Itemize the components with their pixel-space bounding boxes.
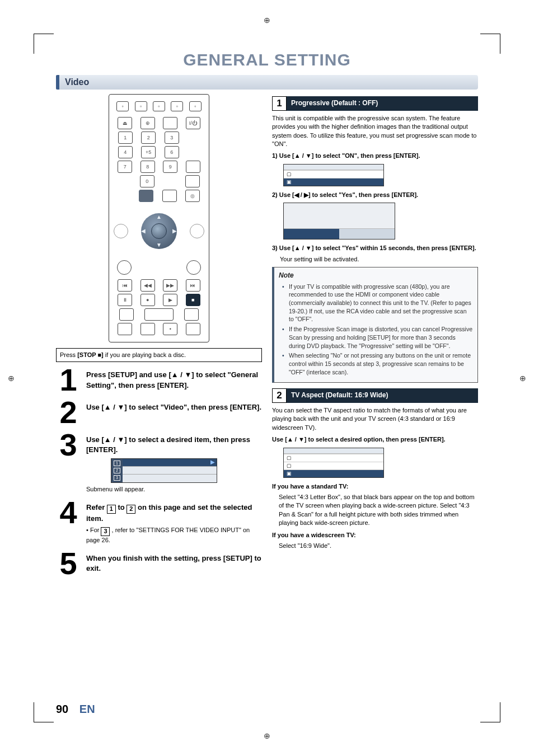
ref-box-3: 3 bbox=[101, 527, 110, 536]
disc-button: ◎ bbox=[185, 190, 200, 202]
registration-mark-top: ⊕ bbox=[264, 16, 270, 25]
subsection-1-bar: 1 Progressive (Default : OFF) bbox=[272, 96, 478, 111]
bottom-blank-4 bbox=[118, 323, 132, 335]
remote-led-4: ▫ bbox=[171, 101, 183, 111]
dpad: ▲ ▼ ◀ ▶ bbox=[135, 208, 182, 255]
video-submenu: 1 2 3 bbox=[111, 458, 217, 483]
subsection-2-title: TV Aspect (Default: 16:9 Wide) bbox=[287, 388, 478, 403]
osd-aspect-3-icon: ▣ bbox=[284, 470, 294, 477]
key-6: 6 bbox=[165, 146, 179, 158]
page-footer: 90 EN bbox=[56, 703, 95, 716]
video-submenu-side: 1 2 3 bbox=[111, 459, 123, 482]
submenu-row-selected bbox=[123, 459, 217, 467]
sec1-step2: 2) Use [◀ / ▶] to select "Yes", then pre… bbox=[272, 191, 478, 199]
bottom-blank-6 bbox=[186, 323, 200, 335]
remote: ▫ ▫ ▫ ▫ ▫ ⏏ ⊕ I/⏻ 1 bbox=[109, 94, 209, 342]
osd-no bbox=[339, 229, 395, 239]
dark-button bbox=[139, 190, 153, 202]
ref-box-1: 1 bbox=[107, 505, 116, 514]
osd-icon-on: ▣ bbox=[284, 179, 294, 186]
skip-back-button: ⏮ bbox=[118, 279, 132, 292]
sec2-wide-body: Select "16:9 Wide". bbox=[279, 542, 478, 550]
key-8: 8 bbox=[140, 161, 155, 173]
step-2-number: 2 bbox=[56, 399, 81, 426]
subsection-2-number: 2 bbox=[272, 388, 287, 403]
subsection-1-number: 1 bbox=[272, 96, 287, 111]
crop-corner-br bbox=[480, 702, 500, 722]
dpad-aux-left-bottom bbox=[117, 260, 132, 275]
registration-mark-left: ⊕ bbox=[8, 374, 15, 383]
remote-led-3: ▫ bbox=[153, 101, 165, 111]
ref-box-2: 2 bbox=[127, 505, 135, 514]
arrow-down-icon: ▼ bbox=[156, 241, 162, 249]
osd-icon-off: ▢ bbox=[284, 171, 294, 178]
remote-led-1: ▫ bbox=[116, 101, 129, 111]
osd-progressive-on: ▢ ▣ bbox=[283, 164, 384, 186]
osd-aspect-1-icon: ▢ bbox=[284, 454, 294, 462]
step-4-number: 4 bbox=[56, 499, 81, 544]
key-9: 9 bbox=[163, 161, 177, 173]
step-1-number: 1 bbox=[56, 367, 81, 393]
osd-yes bbox=[284, 229, 339, 239]
key-7: 7 bbox=[118, 161, 132, 173]
step-5-body: When you finish with the setting, press … bbox=[86, 554, 261, 572]
submenu-index-3: 3 bbox=[114, 475, 120, 481]
subsection-1-title: Progressive (Default : OFF) bbox=[287, 96, 478, 111]
arrow-right-icon: ▶ bbox=[172, 227, 177, 235]
step-3: 3 Use [▲ / ▼] to select a desired item, … bbox=[56, 431, 262, 494]
sec1-step1: 1) Use [▲ / ▼] to select "ON", then pres… bbox=[272, 152, 478, 160]
section-label: Video bbox=[65, 77, 89, 87]
enter-button bbox=[151, 223, 167, 239]
left-column: ▫ ▫ ▫ ▫ ▫ ⏏ ⊕ I/⏻ 1 bbox=[56, 94, 262, 583]
step-3-body: Use [▲ / ▼] to select a desired item, th… bbox=[86, 435, 250, 454]
submenu-index-2: 2 bbox=[114, 468, 120, 473]
record-button: ● bbox=[140, 294, 155, 306]
registration-mark-right: ⊕ bbox=[519, 374, 526, 383]
bottom-dot-button: • bbox=[163, 323, 177, 335]
sec1-step3b: Your setting will be activated. bbox=[280, 255, 478, 264]
key-4: 4 bbox=[118, 146, 133, 158]
step-5: 5 When you finish with the setting, pres… bbox=[56, 550, 262, 577]
stop-caption-bold: [STOP ■] bbox=[77, 351, 104, 358]
bottom-blank-5 bbox=[140, 323, 155, 335]
crop-corner-bl bbox=[34, 702, 54, 722]
dpad-aux-right-bottom bbox=[186, 260, 201, 275]
dpad-aux-right-top bbox=[190, 224, 204, 238]
sec2-std-heading: If you have a standard TV: bbox=[272, 482, 478, 491]
content: GENERAL SETTING Video ▫ ▫ ▫ ▫ ▫ bbox=[56, 50, 478, 583]
step-1: 1 Press [SETUP] and use [▲ / ▼] to selec… bbox=[56, 367, 262, 393]
dpad-row: ▲ ▼ ◀ ▶ bbox=[114, 204, 204, 258]
sec2-instr: Use [▲ / ▼] to select a desired option, … bbox=[272, 435, 478, 444]
play-button: ▶ bbox=[163, 294, 177, 306]
remote-illustration: ▫ ▫ ▫ ▫ ▫ ⏏ ⊕ I/⏻ 1 bbox=[56, 94, 262, 342]
sec2-wide-heading: If you have a widescreen TV: bbox=[272, 531, 478, 539]
source-button: ⊕ bbox=[140, 117, 155, 129]
step-2: 2 Use [▲ / ▼] to select "Video", then pr… bbox=[56, 399, 262, 426]
page-title: GENERAL SETTING bbox=[56, 50, 478, 69]
key-5: +5 bbox=[141, 146, 156, 158]
key-2: 2 bbox=[141, 132, 156, 144]
sec2-intro: You can select the TV aspect ratio to ma… bbox=[272, 406, 478, 432]
osd-aspect-2-icon: ▢ bbox=[284, 462, 294, 469]
note-box: Note If your TV is compatible with progr… bbox=[272, 267, 478, 383]
step-4-sub-post: , refer to "SETTINGS FOR THE VIDEO INPUT… bbox=[86, 527, 250, 543]
step-5-number: 5 bbox=[56, 550, 81, 577]
submenu-row-2 bbox=[123, 467, 217, 475]
stop-caption-pre: Press bbox=[60, 351, 77, 358]
power-button: I/⏻ bbox=[186, 117, 200, 129]
note-item-1: If your TV is compatible with progressiv… bbox=[284, 283, 473, 323]
crop-corner-tr bbox=[480, 34, 500, 54]
bottom-blank-3 bbox=[184, 308, 199, 321]
remote-led-5: ▫ bbox=[189, 101, 202, 111]
blank-button-1 bbox=[163, 117, 177, 129]
page-number: 90 bbox=[56, 703, 68, 715]
submenu-row-3 bbox=[123, 475, 217, 482]
step-2-body: Use [▲ / ▼] to select "Video", then pres… bbox=[86, 403, 261, 411]
sec1-intro: This unit is compatible with the progres… bbox=[272, 114, 478, 149]
osd-tv-aspect: ▢ ▢ ▣ bbox=[283, 448, 384, 478]
submenu-index-1: 1 bbox=[114, 461, 120, 466]
step-3-caption: Submenu will appear. bbox=[86, 485, 262, 494]
bottom-blank-1 bbox=[119, 308, 134, 321]
rewind-button: ◀◀ bbox=[140, 279, 155, 292]
step-4-mid: to bbox=[118, 503, 127, 511]
